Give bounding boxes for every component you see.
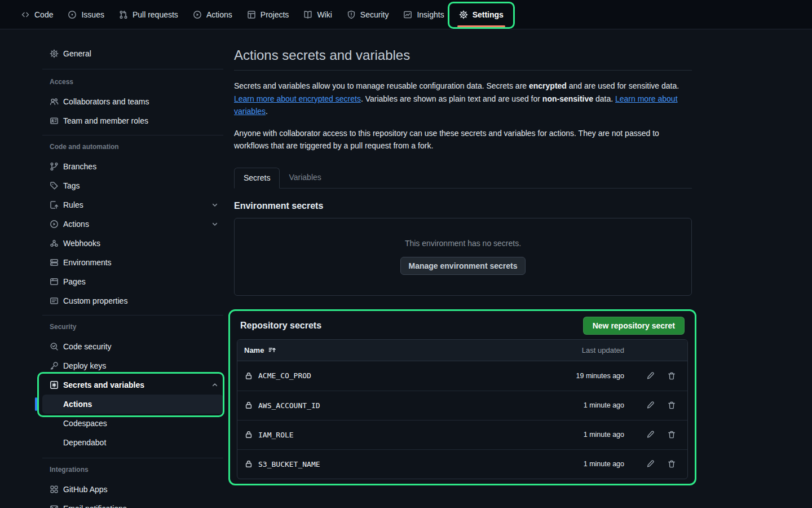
sidebar-section-header-code-automation: Code and automation [42, 140, 223, 154]
sidebar-item-rules[interactable]: Rules [42, 195, 223, 214]
intro-text: . [266, 107, 268, 116]
secret-name: IAM_ROLE [258, 431, 294, 439]
intro-text: Secrets and variables allow you to manag… [234, 81, 529, 90]
sidebar-item-label: Email notifications [63, 504, 127, 508]
secret-name-cell: AWS_ACCOUNT_ID [244, 401, 540, 410]
sidebar-item-label: Deploy keys [63, 361, 106, 370]
play-icon [193, 10, 202, 19]
nav-tab-label: Security [360, 10, 389, 19]
sidebar-item-email-notifications[interactable]: Email notifications [42, 499, 223, 508]
key-asterisk-icon [50, 380, 59, 389]
delete-secret-button[interactable] [667, 430, 676, 439]
lock-icon [244, 430, 253, 439]
sidebar-item-code-security[interactable]: Code security [42, 337, 223, 356]
edit-secret-button[interactable] [646, 371, 655, 380]
lock-icon [244, 459, 253, 468]
nav-tab-projects[interactable]: Projects [240, 0, 297, 29]
sidebar-subitem-actions[interactable]: Actions [42, 395, 223, 414]
gear-icon [50, 49, 59, 58]
delete-secret-button[interactable] [667, 401, 676, 410]
nav-tab-insights[interactable]: Insights [396, 0, 451, 29]
secret-name: S3_BUCKET_NAME [258, 460, 320, 468]
nav-tab-label: Code [34, 10, 53, 19]
code-icon [21, 10, 30, 19]
tab-variables[interactable]: Variables [280, 167, 330, 188]
intro-text: and are used for sensitive data. [567, 81, 679, 90]
issue-opened-icon [68, 10, 77, 19]
sidebar-item-deploy-keys[interactable]: Deploy keys [42, 356, 223, 375]
sidebar-item-secrets-and-variables[interactable]: Secrets and variables [42, 375, 223, 395]
edit-secret-button[interactable] [646, 430, 655, 439]
delete-secret-button[interactable] [667, 371, 676, 380]
rules-icon [50, 200, 59, 209]
nav-tab-code[interactable]: Code [14, 0, 60, 29]
chevron-down-icon [211, 201, 219, 209]
secret-name-cell: ACME_CO_PROD [244, 371, 540, 380]
id-badge-icon [50, 116, 59, 125]
sidebar-item-general[interactable]: General [42, 44, 223, 63]
graph-icon [403, 10, 412, 19]
secret-updated: 1 minute ago [540, 460, 624, 468]
webhook-icon [50, 239, 59, 248]
sidebar-item-collaborators[interactable]: Collaborators and teams [42, 92, 223, 111]
sidebar-item-label: Tags [63, 181, 80, 190]
link-encrypted-secrets[interactable]: Learn more about encrypted secrets [234, 94, 361, 103]
table-row: AWS_ACCOUNT_ID 1 minute ago [237, 391, 687, 420]
nav-tab-settings[interactable]: Settings [452, 0, 511, 29]
column-header-name[interactable]: Name [244, 346, 540, 354]
mail-icon [50, 504, 59, 508]
sidebar-item-team-member-roles[interactable]: Team and member roles [42, 111, 223, 130]
intro-text: . Variables are shown as plain text and … [361, 94, 542, 103]
secret-updated: 1 minute ago [540, 431, 624, 439]
git-branch-icon [50, 162, 59, 171]
sidebar-item-branches[interactable]: Branches [42, 157, 223, 176]
play-icon [50, 220, 59, 229]
sidebar-item-label: Branches [63, 162, 96, 171]
sidebar-item-github-apps[interactable]: GitHub Apps [42, 480, 223, 499]
secret-name-cell: S3_BUCKET_NAME [244, 459, 540, 468]
sidebar-item-label: Actions [63, 220, 206, 229]
row-actions [624, 459, 681, 468]
edit-secret-button[interactable] [646, 401, 655, 410]
secret-name: ACME_CO_PROD [258, 371, 311, 380]
nav-tab-label: Wiki [317, 10, 332, 19]
sidebar-item-actions[interactable]: Actions [42, 214, 223, 234]
edit-secret-button[interactable] [646, 459, 655, 468]
sidebar-item-webhooks[interactable]: Webhooks [42, 234, 223, 253]
nav-tab-actions[interactable]: Actions [186, 0, 240, 29]
sidebar-section-header-integrations: Integrations [42, 463, 223, 476]
apps-grid-icon [50, 485, 59, 494]
sidebar-item-label: Webhooks [63, 239, 100, 248]
row-actions [624, 401, 681, 410]
collaborator-access-paragraph: Anyone with collaborator access to this … [234, 127, 692, 152]
codescan-icon [50, 342, 59, 351]
sidebar-subitem-dependabot[interactable]: Dependabot [42, 433, 223, 452]
nav-tab-wiki[interactable]: Wiki [296, 0, 339, 29]
tag-icon [50, 181, 59, 190]
manage-environment-secrets-button[interactable]: Manage environment secrets [400, 257, 526, 275]
shield-icon [347, 10, 356, 19]
sidebar-subitem-codespaces[interactable]: Codespaces [42, 414, 223, 433]
sidebar-divider [42, 135, 223, 135]
delete-secret-button[interactable] [667, 459, 676, 468]
lock-icon [244, 371, 253, 380]
secret-updated: 1 minute ago [540, 401, 624, 409]
table-row: IAM_ROLE 1 minute ago [237, 420, 687, 449]
new-repository-secret-button[interactable]: New repository secret [583, 317, 685, 335]
key-icon [50, 361, 59, 370]
sidebar-subitem-label: Actions [63, 400, 92, 409]
nav-tab-issues[interactable]: Issues [60, 0, 111, 29]
sidebar-item-label: Collaborators and teams [63, 97, 149, 106]
intro-paragraph: Secrets and variables allow you to manag… [234, 80, 692, 118]
chevron-up-icon [211, 381, 219, 389]
sidebar-item-tags[interactable]: Tags [42, 176, 223, 195]
sidebar-item-environments[interactable]: Environments [42, 253, 223, 272]
tab-secrets[interactable]: Secrets [234, 168, 280, 189]
sidebar-item-custom-properties[interactable]: Custom properties [42, 291, 223, 310]
sidebar-divider [42, 69, 223, 69]
sidebar-item-label: Team and member roles [63, 116, 148, 125]
secrets-variables-tabnav: Secrets Variables [234, 167, 692, 189]
sidebar-item-pages[interactable]: Pages [42, 272, 223, 291]
nav-tab-security[interactable]: Security [339, 0, 396, 29]
nav-tab-pull-requests[interactable]: Pull requests [112, 0, 186, 29]
